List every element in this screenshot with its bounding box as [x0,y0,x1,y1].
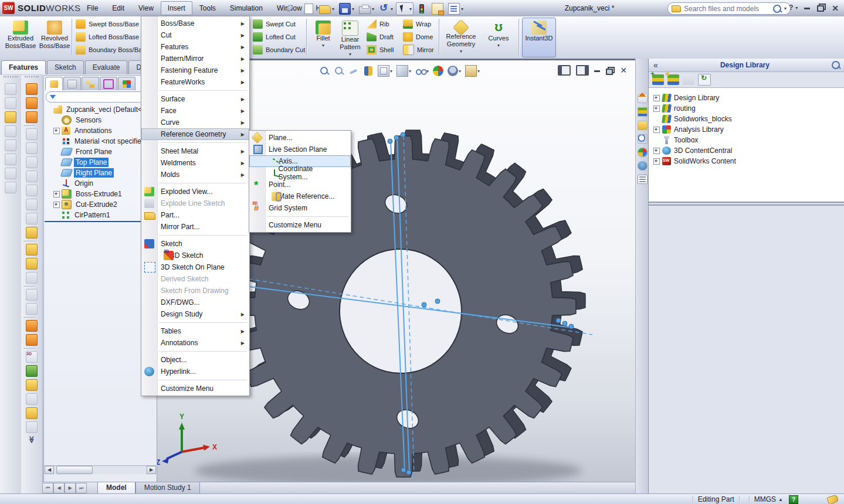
menu-item[interactable]: Cut ▶ [141,29,249,41]
menu-item[interactable]: Curve ▶ [141,117,249,128]
menu-bar-item[interactable]: View [131,1,161,15]
command-button[interactable]: Extruded Boss/Base ▾ [4,18,38,57]
library-toolbar-button[interactable] [667,74,679,85]
command-button[interactable]: Revolved Boss/Base ▾ [38,18,72,57]
menu-item[interactable]: Sketch From Drawing ▶ [141,285,249,297]
model-tab[interactable]: Motion Study 1 [135,482,200,494]
menu-item[interactable]: Sheet Metal ▶ [141,145,249,157]
task-pane-tab[interactable] [638,107,648,117]
hud-button[interactable]: ▾ [348,66,359,76]
menu-item[interactable]: DXF/DWG... ▶ [141,297,249,308]
scroll-right-arrow[interactable]: ▶ [147,466,156,474]
toolbar-button[interactable] [26,213,38,224]
hud-button[interactable]: ▾ [378,65,392,77]
feature-tree-item[interactable]: Front Plane [44,147,157,157]
expand-icon[interactable] [53,128,60,134]
library-toolbar-button[interactable] [698,74,711,86]
toolbar-button[interactable] [26,185,38,196]
hud-button[interactable]: ▾ [448,66,461,76]
scroll-left-arrow[interactable]: ◀ [45,466,54,474]
expand-icon[interactable] [53,191,60,197]
toolbar-button[interactable] [5,83,16,95]
menu-item[interactable]: Customize Menu ▶ [249,219,351,231]
menu-item[interactable]: Annotations ▶ [141,337,249,349]
feature-tree-item[interactable]: Cut-Extrude2 [44,199,157,210]
command-button[interactable]: Lofted Cut [251,30,307,43]
task-pane-tab[interactable] [638,175,648,184]
expand-icon[interactable] [653,95,660,101]
command-button[interactable]: Fillet ▾ [310,18,337,57]
hud-button[interactable]: ▾ [415,66,429,76]
menu-item[interactable]: Mirror Part... ▶ [141,221,249,233]
feature-tree-item[interactable]: Right Plane [44,168,157,178]
toolbar-button[interactable] [5,139,16,151]
command-button[interactable]: Draft [365,30,395,43]
panel-tab[interactable] [118,77,135,90]
toolbar-button[interactable] [26,435,38,447]
toolbar-button[interactable] [26,156,38,168]
quick-tips-icon[interactable]: ? [789,495,798,504]
feature-tree-item[interactable]: Sensors [44,115,157,125]
library-tree-item[interactable]: Analysis Library [651,124,842,135]
task-pane-tab[interactable] [638,94,648,103]
tree-filter-input[interactable] [46,91,155,103]
command-button[interactable]: Curves ▾ [480,18,517,57]
toolbar-button[interactable] [26,303,38,315]
menu-item[interactable]: Explode Line Sketch ▶ [141,197,249,209]
menu-item[interactable]: Pattern/Mirror ▶ [141,53,249,64]
task-pane-tab[interactable] [638,134,648,144]
menu-item[interactable]: Tables ▶ [141,325,249,337]
toolbar-button[interactable] [26,272,38,284]
menu-bar-item[interactable]: File [80,1,105,15]
expand-icon[interactable] [653,148,660,154]
menu-item[interactable]: Grid System ▶ [249,202,351,214]
toolbar-button[interactable] [26,128,38,140]
library-tree-item[interactable]: Solidworks_blocks [651,114,842,124]
toolbar-button[interactable] [26,199,38,210]
pane-right-button[interactable] [576,65,589,76]
menu-item[interactable]: Mate Reference... ▶ [249,190,351,202]
expand-icon[interactable] [653,158,660,165]
library-toolbar-button[interactable] [652,74,664,85]
scroll-thumb[interactable] [56,466,93,474]
task-pane-tab[interactable] [638,148,648,157]
panel-tab[interactable] [45,77,63,90]
expand-icon[interactable] [53,202,60,208]
menu-item[interactable]: Plane... ▶ [249,132,351,144]
quick-access-button[interactable]: ▾ [377,2,395,15]
quick-access-button[interactable]: ▾ [446,2,465,16]
pane-left-button[interactable] [558,65,571,76]
toolbar-button[interactable] [26,111,38,123]
menu-item[interactable]: Live Section Plane ▶ [249,144,351,155]
panel-tab[interactable] [82,77,99,90]
toolbar-button[interactable] [26,334,38,346]
toolbar-button[interactable] [26,365,38,377]
quick-access-button[interactable]: ▾ [301,2,316,15]
tag-icon[interactable] [826,494,839,504]
command-button[interactable]: Mirror [401,43,436,56]
instant3d-button[interactable]: Instant3D ▾ [522,18,556,57]
hud-button[interactable]: ▾ [465,65,480,77]
tab-prev-button[interactable]: ◀ [53,483,65,493]
feature-tree-item[interactable]: CirPattern1 [44,210,157,220]
toolbar-button[interactable] [26,351,38,363]
menu-bar-item[interactable]: Simulation [223,1,270,15]
toolbar-button[interactable] [26,320,38,332]
toolbar-button[interactable] [5,111,16,123]
menu-bar-item[interactable]: Insert [161,1,192,15]
menu-item[interactable]: Face ▶ [141,105,249,117]
doc-restore-button[interactable] [605,67,615,74]
doc-minimize-button[interactable] [594,66,600,74]
menu-item[interactable]: Molds ▶ [141,169,249,181]
ribbon-tab[interactable]: Evaluate [85,60,128,74]
help-button[interactable]: ? ▾ [789,4,798,12]
command-button[interactable]: Lofted Boss/Base [74,30,151,43]
command-button[interactable]: Wrap [401,18,436,30]
menu-item[interactable]: Exploded View... ▶ [141,186,249,197]
menu-item[interactable]: Object... ▶ [141,354,249,366]
menu-item[interactable]: Sketch ▶ [141,238,249,250]
task-pane-tab[interactable] [638,161,648,171]
toolbar-button[interactable] [5,168,16,179]
search-icon[interactable] [773,5,781,13]
command-button[interactable]: Rib [365,18,395,30]
